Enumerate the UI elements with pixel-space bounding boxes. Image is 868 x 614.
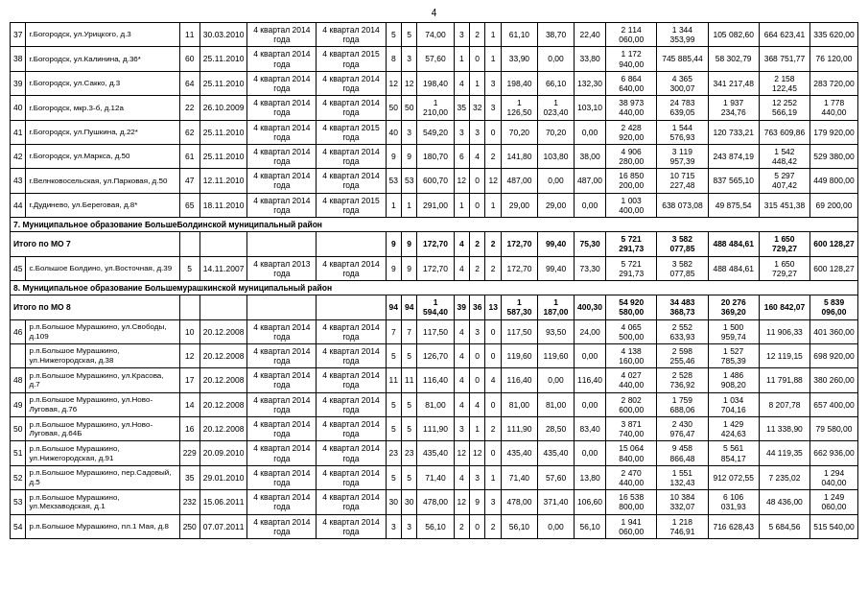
row-c14: 335 620,00	[810, 23, 858, 47]
subtotal-label-8: Итого по МО 8	[11, 295, 180, 319]
table-row: 39 г.Богородск, ул.Сакко, д.3 64 25.11.2…	[11, 71, 858, 95]
section7-header: 7. Муниципальное образование БольшеБолди…	[11, 218, 858, 232]
table-row: 42 г.Богородск, ул.Маркса, д.50 61 25.11…	[11, 144, 858, 168]
row-c3: 74,00	[417, 23, 454, 47]
row-c10: 2 114 060,00	[606, 23, 657, 47]
row-qty: 60	[179, 47, 199, 71]
table-row: 37 г.Богородск, ул.Урицкого, д.3 11 30.0…	[11, 23, 858, 47]
row-qty: 11	[179, 23, 199, 47]
main-table: 37 г.Богородск, ул.Урицкого, д.3 11 30.0…	[10, 22, 858, 539]
table-row: 51 р.п.Большое Мурашкино, ул.Нижегородск…	[11, 441, 858, 465]
row-c8: 38,70	[538, 23, 575, 47]
row-c12: 105 082,60	[708, 23, 759, 47]
row-period2: 4 квартал 2015 года	[317, 47, 386, 71]
row-c2: 5	[402, 23, 417, 47]
row-addr: г.Богородск, ул.Калинина, д.36*	[26, 47, 179, 71]
table-row: 41 г.Богородск, ул.Пушкина, д.22* 62 25.…	[11, 120, 858, 144]
row-c11: 1 344 353,99	[657, 23, 708, 47]
row-addr: г.Богородск, ул.Урицкого, д.3	[26, 23, 179, 47]
table-row: р.п.Большое Мурашкино, ул.Нижегородская,…	[11, 343, 858, 367]
table-row: 53 р.п.Большое Мурашкино, ул.Мехзаводска…	[11, 490, 858, 514]
row-c13: 664 623,41	[759, 23, 809, 47]
subtotal-row-8: Итого по МО 8 94 94 1 594,40 39 36 13 1 …	[11, 295, 858, 319]
table-row: 43 г.Велнковосельская, ул.Парковая, д.50…	[11, 169, 858, 193]
row-date: 30.03.2010	[199, 23, 247, 47]
table-row: 48 р.п.Большое Мурашкино, ул.Красова, д.…	[11, 368, 858, 392]
table-row: 44 г.Дудинево, ул.Береговая, д.8* 65 18.…	[11, 193, 858, 217]
row-num: 38	[11, 47, 26, 71]
page-container: 4 37 г.Богородск, ул.Урицкого, д.3 11 30…	[0, 0, 868, 547]
row-num: 37	[11, 23, 26, 47]
row-c5: 2	[470, 23, 485, 47]
table-row: 45 с.Большое Болдино, ул.Восточная, д.39…	[11, 256, 858, 280]
subtotal-label-7: Итого по МО 7	[11, 232, 180, 256]
row-period2: 4 квартал 2014 года	[317, 23, 386, 47]
row-date: 25.11.2010	[199, 47, 247, 71]
table-row: 54 р.п.Большое Мурашкино, пл.1 Мая, д.8 …	[11, 514, 858, 538]
row-c6: 1	[485, 23, 501, 47]
row-c7: 61,10	[501, 23, 537, 47]
table-row: 38 г.Богородск, ул.Калинина, д.36* 60 25…	[11, 47, 858, 71]
table-row: 46 р.п.Большое Мурашкино, ул.Свободы, д.…	[11, 319, 858, 343]
section-header-row: 8. Муниципальное образование Большемураш…	[11, 280, 858, 295]
row-period1: 4 квартал 2014 года	[247, 23, 317, 47]
table-row: 40 г.Богородск, мкр.3-б, д.12а 22 26.10.…	[11, 96, 858, 120]
section-header-row: 7. Муниципальное образование БольшеБолди…	[11, 218, 858, 232]
table-row: 50 р.п.Большое Мурашкино, ул.Ново-Лугова…	[11, 417, 858, 441]
table-row: 49 р.п.Большое Мурашкино, ул.Ново-Лугова…	[11, 392, 858, 416]
table-row: 52 р.п.Большое Мурашкино, пер.Садовый, д…	[11, 465, 858, 489]
subtotal-row-7: Итого по МО 7 9 9 172,70 4 2 2 172,70 99…	[11, 232, 858, 256]
row-period1: 4 квартал 2014 года	[247, 47, 317, 71]
row-c4: 3	[454, 23, 469, 47]
page-number: 4	[10, 8, 858, 18]
row-c9: 22,40	[575, 23, 606, 47]
row-c1: 5	[386, 23, 401, 47]
section8-header: 8. Муниципальное образование Большемураш…	[11, 280, 858, 295]
